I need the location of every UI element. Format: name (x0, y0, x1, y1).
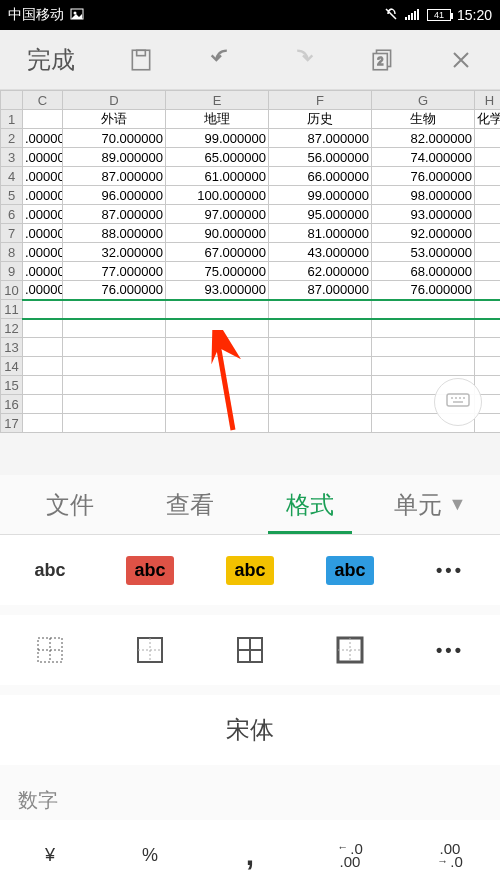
border-all-button[interactable] (200, 636, 300, 664)
picture-icon (70, 7, 84, 24)
svg-rect-8 (137, 50, 146, 55)
svg-rect-2 (405, 17, 407, 20)
vibrate-icon (383, 6, 399, 25)
close-button[interactable] (449, 48, 473, 72)
svg-rect-6 (417, 9, 419, 20)
panel-tabs: 文件 查看 格式 单元 ▼ (0, 475, 500, 535)
svg-rect-5 (414, 11, 416, 20)
highlight-none-button[interactable]: abc (0, 556, 100, 585)
cell[interactable]: 生物 (372, 110, 475, 129)
svg-point-1 (74, 11, 77, 14)
highlight-yellow-button[interactable]: abc (200, 556, 300, 585)
col-header[interactable]: C (23, 91, 63, 110)
highlight-row: abc abc abc abc ••• (0, 535, 500, 605)
increase-decimal-button[interactable]: .00 →.0 (400, 842, 500, 869)
svg-rect-7 (132, 50, 149, 70)
tab-cell[interactable]: 单元 ▼ (370, 475, 490, 534)
border-thick-button[interactable] (300, 636, 400, 664)
row-header[interactable]: 1 (1, 110, 23, 129)
decrease-decimal-button[interactable]: ←.0 .00 (300, 842, 400, 869)
cell[interactable]: 化学 (475, 110, 501, 129)
cell[interactable]: 地理 (166, 110, 269, 129)
col-header[interactable]: H (475, 91, 501, 110)
cell[interactable] (23, 110, 63, 129)
clock-label: 15:20 (457, 7, 492, 23)
col-header[interactable]: D (63, 91, 166, 110)
tab-file[interactable]: 文件 (10, 475, 130, 534)
svg-rect-12 (447, 394, 469, 406)
more-highlight-button[interactable]: ••• (400, 560, 500, 581)
border-row: ••• (0, 615, 500, 685)
spreadsheet[interactable]: C D E F G H 1 外语 地理 历史 生物 化学 2.00000070.… (0, 90, 500, 433)
font-selector[interactable]: 宋体 (0, 695, 500, 765)
undo-button[interactable] (207, 46, 235, 74)
battery-icon: 41 (427, 9, 451, 21)
sheets-button[interactable]: 2 (370, 47, 396, 73)
col-header[interactable]: E (166, 91, 269, 110)
keyboard-toggle-button[interactable] (434, 378, 482, 426)
cell[interactable]: 外语 (63, 110, 166, 129)
select-all-corner[interactable] (1, 91, 23, 110)
redo-button[interactable] (289, 46, 317, 74)
more-border-button[interactable]: ••• (400, 640, 500, 661)
border-none-button[interactable] (0, 636, 100, 664)
format-panel: 文件 查看 格式 单元 ▼ abc abc abc abc ••• ••• 宋体… (0, 475, 500, 890)
status-bar: 中国移动 41 15:20 (0, 0, 500, 30)
col-header[interactable]: F (269, 91, 372, 110)
chevron-down-icon: ▼ (448, 494, 466, 515)
font-name-label: 宋体 (226, 714, 274, 746)
svg-rect-4 (411, 13, 413, 20)
col-header[interactable]: G (372, 91, 475, 110)
svg-rect-3 (408, 15, 410, 20)
percent-button[interactable]: % (100, 845, 200, 866)
main-toolbar: 完成 2 (0, 30, 500, 90)
number-format-row: ¥ % , ←.0 .00 .00 →.0 (0, 820, 500, 890)
border-outer-button[interactable] (100, 636, 200, 664)
cell[interactable]: 历史 (269, 110, 372, 129)
tab-view[interactable]: 查看 (130, 475, 250, 534)
save-button[interactable] (128, 47, 154, 73)
comma-button[interactable]: , (200, 838, 300, 872)
tab-format[interactable]: 格式 (250, 475, 370, 534)
done-button[interactable]: 完成 (27, 44, 75, 76)
number-section-label: 数字 (0, 777, 500, 820)
currency-button[interactable]: ¥ (0, 845, 100, 866)
svg-text:2: 2 (377, 55, 383, 67)
highlight-blue-button[interactable]: abc (300, 556, 400, 585)
signal-icon (405, 7, 421, 23)
highlight-red-button[interactable]: abc (100, 556, 200, 585)
carrier-label: 中国移动 (8, 6, 64, 24)
